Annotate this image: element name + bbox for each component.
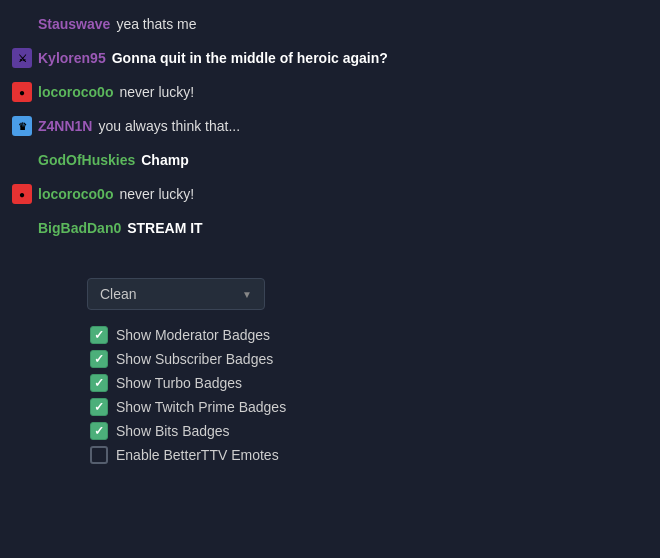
checkbox-checked-icon[interactable]: ✓ — [90, 326, 108, 344]
chat-username: Kyloren95 — [38, 50, 106, 66]
checkbox-item[interactable]: ✓Show Bits Badges — [90, 422, 648, 440]
checkbox-label: Show Twitch Prime Badges — [116, 399, 286, 415]
chat-message: Stauswaveyea thats me — [12, 10, 648, 38]
chat-message-text: STREAM IT — [127, 220, 202, 236]
chat-username: locoroco0o — [38, 84, 113, 100]
checkbox-item[interactable]: ✓Show Turbo Badges — [90, 374, 648, 392]
theme-dropdown-container: Clean ▼ — [87, 278, 648, 310]
chat-username: GodOfHuskies — [38, 152, 135, 168]
checkbox-item[interactable]: ✓Show Twitch Prime Badges — [90, 398, 648, 416]
checkmark-icon: ✓ — [94, 352, 104, 366]
chat-message-text: never lucky! — [119, 84, 194, 100]
checkbox-item[interactable]: Enable BetterTTV Emotes — [90, 446, 648, 464]
chat-message-text: you always think that... — [98, 118, 240, 134]
checkbox-unchecked-icon[interactable] — [90, 446, 108, 464]
checkbox-label: Show Turbo Badges — [116, 375, 242, 391]
badge-rec-icon: ● — [12, 184, 32, 204]
checkbox-item[interactable]: ✓Show Moderator Badges — [90, 326, 648, 344]
chat-message-text: Champ — [141, 152, 188, 168]
chat-message-text: never lucky! — [119, 186, 194, 202]
chat-message: ♛Z4NN1Nyou always think that... — [12, 112, 648, 140]
checkbox-label: Show Bits Badges — [116, 423, 230, 439]
chat-message-text: Gonna quit in the middle of heroic again… — [112, 50, 388, 66]
chat-username: Stauswave — [38, 16, 110, 32]
checkbox-label: Enable BetterTTV Emotes — [116, 447, 279, 463]
checkmark-icon: ✓ — [94, 328, 104, 342]
chat-username: BigBadDan0 — [38, 220, 121, 236]
chat-message-text: yea thats me — [116, 16, 196, 32]
badge-settings-list: ✓Show Moderator Badges✓Show Subscriber B… — [90, 326, 648, 464]
checkbox-item[interactable]: ✓Show Subscriber Badges — [90, 350, 648, 368]
chat-username: locoroco0o — [38, 186, 113, 202]
checkmark-icon: ✓ — [94, 400, 104, 414]
chat-username: Z4NN1N — [38, 118, 92, 134]
theme-dropdown[interactable]: Clean ▼ — [87, 278, 265, 310]
dropdown-arrow-icon: ▼ — [242, 289, 252, 300]
checkbox-checked-icon[interactable]: ✓ — [90, 398, 108, 416]
checkmark-icon: ✓ — [94, 424, 104, 438]
checkbox-label: Show Moderator Badges — [116, 327, 270, 343]
settings-area: Clean ▼ ✓Show Moderator Badges✓Show Subs… — [0, 274, 660, 474]
chat-message: GodOfHuskiesChamp — [12, 146, 648, 174]
chat-message: ●locoroco0onever lucky! — [12, 78, 648, 106]
badge-crown-icon: ♛ — [12, 116, 32, 136]
chat-message: ●locoroco0onever lucky! — [12, 180, 648, 208]
checkbox-checked-icon[interactable]: ✓ — [90, 422, 108, 440]
badge-rec-icon: ● — [12, 82, 32, 102]
badge-mod-icon: ⚔ — [12, 48, 32, 68]
checkbox-label: Show Subscriber Badges — [116, 351, 273, 367]
checkmark-icon: ✓ — [94, 376, 104, 390]
chat-divider — [0, 256, 660, 274]
checkbox-checked-icon[interactable]: ✓ — [90, 350, 108, 368]
chat-message: ⚔Kyloren95Gonna quit in the middle of he… — [12, 44, 648, 72]
checkbox-checked-icon[interactable]: ✓ — [90, 374, 108, 392]
chat-area: Stauswaveyea thats me⚔Kyloren95Gonna qui… — [0, 0, 660, 256]
chat-message: BigBadDan0STREAM IT — [12, 214, 648, 242]
dropdown-value: Clean — [100, 286, 137, 302]
